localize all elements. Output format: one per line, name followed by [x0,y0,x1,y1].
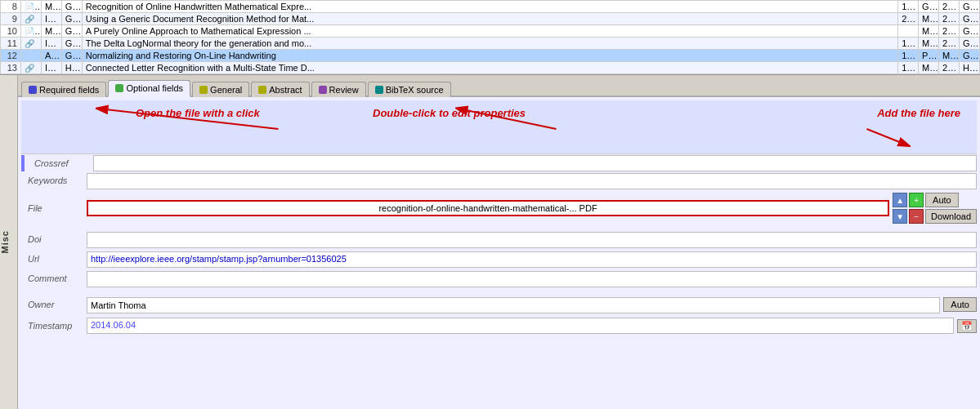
timestamp-label: Timestamp [21,318,87,333]
annotation-left: Open the file with a click [136,107,260,119]
row-title: A Purely Online Approach to Mathematical… [82,25,897,38]
row-bibtex: Martin Thoma 2014.06.04 [919,25,939,38]
misc-sidebar: Misc [0,75,18,409]
entries-table: 8 📄 🔗 Misc Garain and Chaudhuri Recognit… [0,0,980,74]
keywords-row: Keywords [21,173,977,191]
row-added: 2014.06.10 [939,38,960,50]
file-add-button[interactable]: + [909,193,924,207]
tab-dot [375,86,383,94]
row-type: Misc [41,25,61,38]
row-author: Hild and Weibal [61,62,82,74]
tab-bibtex-source[interactable]: BibTeX source [368,82,451,97]
row-owner: Hild93 [960,62,980,74]
row-added: 2014.06.04 [939,62,960,74]
tabs-bar: Required fieldsOptional fieldsGeneralAbs… [18,75,980,97]
tab-review[interactable]: Review [311,82,366,97]
file-row: File recognition-of-online-handwritten-m… [21,193,977,224]
row-icons: 🔗 [20,13,41,25]
row-owner: Garain [960,1,980,13]
tab-abstract[interactable]: Abstract [251,82,309,97]
tab-label: Abstract [269,85,302,95]
timestamp-row: Timestamp 2014.06.04 📅 [21,317,977,335]
separator [21,225,977,232]
file-up-button[interactable]: ▲ [893,193,907,207]
row-number: 12 [1,50,21,62]
row-title: Normalizing and Restoring On-Line Handwr… [82,50,897,62]
row-added: 2014.06.04 [939,1,960,13]
tab-label: Required fields [39,85,99,95]
row-icons: 📄 🔗 [20,1,41,13]
row-owner: Genoe [960,25,980,38]
tab-optional-fields[interactable]: Optional fields [108,80,190,97]
file-remove-button[interactable]: − [909,209,924,224]
file-value: recognition-of-online-handwritten-mathem… [92,203,884,213]
comment-row: Comment [21,271,977,289]
annotation-container: Open the file with a click Double-click … [21,100,977,153]
row-author: Garain and Chaudhuri [61,1,82,13]
pdf-icon: 📄 [25,26,41,36]
row-number: 9 [1,13,21,25]
file-btn-row-bottom: ▼ − Download [893,209,977,224]
comment-label: Comment [21,271,87,286]
url-value[interactable]: http://ieeexplore.ieee.org/stamp/stamp.j… [87,251,977,268]
row-icons: 🔗 [20,62,41,74]
row-icons [20,50,41,62]
row-type: InProce... [41,38,61,50]
row-author: Guerfali and Plamondon [61,50,82,62]
row-added: Martin Thoma 2014.06.10 [939,50,960,62]
download-button[interactable]: Download [925,209,977,224]
row-type: Article [41,50,61,62]
calendar-button[interactable]: 📅 [957,319,977,333]
table-row[interactable]: 9 🔗 InCollect... Garcia and Coüasnon Usi… [1,13,980,25]
doi-input[interactable] [87,232,977,248]
keywords-label: Keywords [21,173,87,188]
row-type: InProce... [41,62,61,74]
row-year: 1993 [898,50,919,62]
row-year [898,25,919,38]
row-year: 1995 [898,38,919,50]
main-container: 8 📄 🔗 Misc Garain and Chaudhuri Recognit… [0,0,980,409]
owner-input[interactable] [87,297,940,313]
row-type: Misc [41,1,61,13]
tab-label: Optional fields [126,83,183,93]
file-auto-button[interactable]: Auto [925,193,959,207]
table-row[interactable]: 8 📄 🔗 Misc Garain and Chaudhuri Recognit… [1,1,980,13]
comment-input[interactable] [87,271,977,287]
row-owner: Guerfali93 [960,50,980,62]
content-area: Required fieldsOptional fieldsGeneralAbs… [18,75,980,409]
pdf-icon: 📄 [25,2,41,11]
row-type: InCollect... [41,13,61,25]
doi-label: Doi [21,232,87,247]
tab-dot [258,86,266,94]
file-input-area[interactable]: recognition-of-online-handwritten-mathem… [87,200,889,216]
crossref-label: Crossref [28,156,93,171]
annotation-mid: Double-click to edit properties [373,107,526,119]
tab-general[interactable]: General [192,82,249,97]
separator2 [21,291,977,297]
link-icon: 🔗 [25,64,34,73]
row-number: 10 [1,25,21,38]
table-row[interactable]: 13 🔗 InProce... Hild and Weibal Connecte… [1,62,980,74]
row-bibtex: Martin Thoma 2014.06.04 [919,13,939,25]
table-row[interactable]: 10 📄 🔗 Misc Genoe et al. A Purely Online… [1,25,980,38]
table-row[interactable]: 12 Article Guerfali and Plamondon Normal… [1,50,980,62]
owner-auto-button[interactable]: Auto [943,297,977,312]
row-title: The Delta LogNormal theory for the gener… [82,38,897,50]
row-number: 11 [1,38,21,50]
url-row: Url http://ieeexplore.ieee.org/stamp/sta… [21,251,977,269]
tab-dot [29,86,37,94]
tab-label: Review [329,85,359,95]
bottom-panel: Misc Required fieldsOptional fieldsGener… [0,75,980,409]
row-author: Guerfali and Plamondon [61,38,82,50]
tab-dot [319,86,327,94]
keywords-input[interactable] [87,173,977,189]
crossref-input[interactable] [93,155,977,171]
tab-required-fields[interactable]: Required fields [21,82,106,97]
misc-label: Misc [0,227,10,256]
file-down-button[interactable]: ▼ [893,209,907,224]
table-area: 8 📄 🔗 Misc Garain and Chaudhuri Recognit… [0,0,980,75]
fields-area: Open the file with a click Double-click … [18,97,980,409]
row-owner: Garcia [960,13,980,25]
row-icons: 🔗 [20,38,41,50]
table-row[interactable]: 11 🔗 InProce... Guerfali and Plamondon T… [1,38,980,50]
